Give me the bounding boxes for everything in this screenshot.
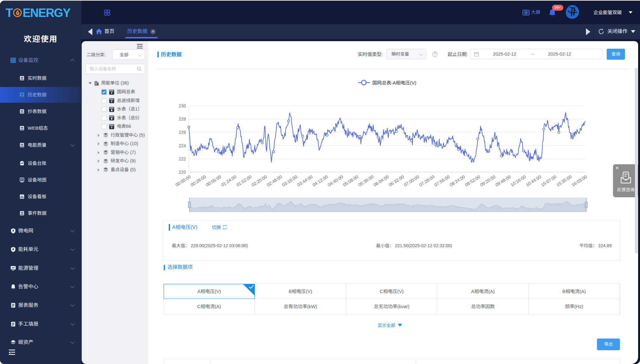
svg-text:04:12:00: 04:12:00 [312, 174, 329, 187]
svg-text:04:40:00: 04:40:00 [327, 174, 344, 187]
svg-text:国网总表-A相电压(V): 国网总表-A相电压(V) [372, 80, 416, 85]
svg-text:16:03:00: 16:03:00 [571, 174, 588, 187]
svg-text:08:52:00: 08:52:00 [464, 174, 481, 187]
svg-text:00:28:00: 00:28:00 [190, 174, 207, 187]
svg-text:08:24:00: 08:24:00 [449, 174, 466, 187]
svg-text:222: 222 [179, 156, 186, 161]
svg-text:07:56:00: 07:56:00 [434, 174, 451, 187]
svg-text:228: 228 [179, 117, 186, 122]
svg-text:07:00:00: 07:00:00 [403, 174, 420, 187]
svg-text:06:04:00: 06:04:00 [373, 174, 390, 187]
svg-text:02:48:00: 02:48:00 [266, 174, 283, 187]
svg-text:15:07:00: 15:07:00 [540, 174, 557, 187]
svg-text:15:35:00: 15:35:00 [555, 174, 573, 187]
svg-text:09:48:00: 09:48:00 [495, 174, 512, 187]
svg-text:03:16:00: 03:16:00 [281, 174, 298, 187]
svg-text:220: 220 [179, 170, 186, 175]
svg-text:06:32:00: 06:32:00 [388, 174, 405, 187]
svg-text:226: 226 [179, 130, 186, 135]
svg-text:00:00:00: 00:00:00 [174, 174, 192, 187]
svg-text:01:52:00: 01:52:00 [235, 174, 253, 187]
svg-text:10:44:00: 10:44:00 [525, 174, 542, 187]
svg-text:01:24:00: 01:24:00 [220, 174, 238, 187]
svg-text:10:16:00: 10:16:00 [510, 174, 527, 187]
svg-text:ENERGY: ENERGY [23, 6, 71, 19]
svg-text:D: D [21, 178, 23, 181]
svg-text:02:20:00: 02:20:00 [251, 174, 268, 187]
svg-text:05:08:00: 05:08:00 [342, 174, 359, 187]
svg-text:07:28:00: 07:28:00 [418, 174, 435, 187]
svg-text:224: 224 [179, 143, 186, 148]
svg-text:09:20:00: 09:20:00 [479, 174, 496, 187]
svg-text:T: T [6, 6, 13, 19]
svg-text:03:44:00: 03:44:00 [296, 174, 314, 187]
svg-text:230: 230 [179, 103, 186, 108]
svg-text:05:36:00: 05:36:00 [357, 174, 375, 187]
svg-text:00:56:00: 00:56:00 [205, 174, 222, 187]
